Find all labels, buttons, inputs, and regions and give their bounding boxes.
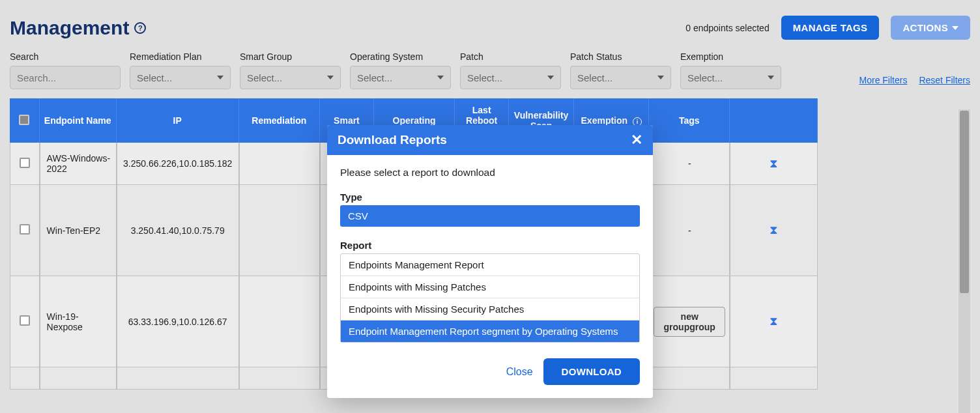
type-label: Type: [340, 192, 640, 203]
filter-patch-label: Patch: [460, 51, 561, 62]
hourglass-icon[interactable]: ⧗: [770, 223, 778, 236]
row-checkbox-cell[interactable]: [10, 276, 40, 367]
search-input[interactable]: [17, 72, 113, 83]
report-label: Report: [340, 240, 640, 251]
title-wrap: Management ?: [10, 17, 146, 39]
filter-smart-group: Smart Group Select...: [240, 51, 341, 89]
endpoint-ip: 3.250.66.226,10.0.185.182: [117, 143, 239, 185]
chevron-down-icon: [327, 76, 334, 79]
endpoint-name[interactable]: Win-19-Nexpose: [40, 276, 117, 367]
remediation-cell: [239, 143, 320, 185]
download-reports-modal: Download Reports ✕ Please select a repor…: [327, 125, 653, 398]
scrollbar-track[interactable]: [958, 109, 970, 413]
actions-button[interactable]: ACTIONS: [891, 16, 970, 40]
chevron-down-icon: [547, 76, 554, 79]
row-checkbox-cell[interactable]: [10, 143, 40, 185]
patch-select-value: Select...: [467, 72, 502, 83]
filter-exemption: Exemption Select...: [680, 51, 781, 89]
row-checkbox-cell[interactable]: [10, 185, 40, 276]
tag-chip[interactable]: new groupgroup: [654, 307, 725, 337]
filter-search: Search: [10, 51, 121, 89]
filter-links: More Filters Reset Filters: [859, 75, 970, 89]
chevron-down-icon: [952, 26, 958, 30]
page-header: Management ? 0 endpoints selected MANAGE…: [0, 0, 980, 51]
remediation-cell: [239, 367, 320, 390]
col-endpoint-name[interactable]: Endpoint Name: [40, 98, 117, 143]
select-all-checkbox[interactable]: [19, 115, 29, 125]
action-cell[interactable]: ⧗: [730, 143, 818, 185]
hourglass-icon[interactable]: ⧗: [770, 157, 778, 170]
exemption-select-value: Select...: [687, 72, 723, 83]
os-select-value: Select...: [357, 72, 392, 83]
patch-status-select[interactable]: Select...: [570, 66, 671, 89]
report-option[interactable]: Endpoints with Missing Patches: [341, 276, 639, 298]
filter-os-label: Operating System: [350, 51, 451, 62]
row-checkbox[interactable]: [20, 315, 30, 326]
remediation-select[interactable]: Select...: [130, 66, 231, 89]
endpoint-name[interactable]: Win-Ten-EP2: [40, 185, 117, 276]
col-actions: [730, 98, 818, 143]
tags-cell: new groupgroup: [649, 276, 730, 367]
filters-row: Search Remediation Plan Select... Smart …: [0, 51, 980, 98]
col-remediation[interactable]: Remediation: [239, 98, 320, 143]
modal-title: Download Reports: [338, 133, 447, 147]
os-select[interactable]: Select...: [350, 66, 451, 89]
tags-cell: -: [649, 143, 730, 185]
exemption-select[interactable]: Select...: [680, 66, 781, 89]
col-exemption-label: Exemption: [581, 115, 628, 126]
endpoint-ip: 63.33.196.9,10.0.126.67: [117, 276, 239, 367]
remediation-select-value: Select...: [137, 72, 172, 83]
endpoint-name: [40, 367, 117, 390]
report-option[interactable]: Endpoints with Missing Security Patches: [341, 298, 639, 320]
modal-prompt: Please select a report to download: [340, 167, 640, 178]
tags-cell: -: [649, 185, 730, 276]
download-button[interactable]: DOWNLOAD: [543, 358, 640, 385]
modal-body: Please select a report to download Type …: [327, 155, 653, 354]
manage-tags-button[interactable]: MANAGE TAGS: [781, 16, 880, 40]
actions-button-label: ACTIONS: [902, 22, 948, 33]
report-list: Endpoints Management Report Endpoints wi…: [340, 253, 640, 343]
modal-header: Download Reports ✕: [327, 125, 653, 155]
hourglass-icon[interactable]: ⧗: [770, 315, 778, 328]
action-cell: [730, 367, 818, 390]
filter-patch-status: Patch Status Select...: [570, 51, 671, 89]
remediation-cell: [239, 276, 320, 367]
row-checkbox[interactable]: [20, 158, 30, 168]
remediation-cell: [239, 185, 320, 276]
close-icon[interactable]: ✕: [631, 133, 642, 147]
smart-group-select[interactable]: Select...: [240, 66, 341, 89]
report-option-selected[interactable]: Endpoint Management Report segment by Op…: [341, 320, 639, 342]
close-button[interactable]: Close: [506, 366, 533, 378]
chevron-down-icon: [437, 76, 444, 79]
filter-remediation-label: Remediation Plan: [130, 51, 231, 62]
chevron-down-icon: [217, 76, 223, 79]
endpoint-ip: [117, 367, 239, 390]
filter-os: Operating System Select...: [350, 51, 451, 89]
filter-smart-label: Smart Group: [240, 51, 341, 62]
col-ip[interactable]: IP: [117, 98, 239, 143]
filter-search-label: Search: [10, 51, 121, 62]
smart-select-value: Select...: [247, 72, 282, 83]
more-filters-link[interactable]: More Filters: [859, 75, 908, 85]
col-checkbox[interactable]: [10, 98, 40, 143]
filter-exemption-label: Exemption: [680, 51, 781, 62]
col-tags[interactable]: Tags: [649, 98, 730, 143]
search-input-wrap[interactable]: [10, 66, 121, 89]
type-select[interactable]: CSV: [340, 205, 640, 227]
reset-filters-link[interactable]: Reset Filters: [919, 75, 970, 85]
endpoint-name[interactable]: AWS-Windows-2022: [40, 143, 117, 185]
row-checkbox[interactable]: [20, 224, 30, 235]
row-checkbox-cell[interactable]: [10, 367, 40, 390]
action-cell[interactable]: ⧗: [730, 185, 818, 276]
help-icon[interactable]: ?: [134, 22, 146, 34]
report-option[interactable]: Endpoints Management Report: [341, 254, 639, 276]
scrollbar-thumb[interactable]: [960, 111, 969, 293]
action-cell[interactable]: ⧗: [730, 276, 818, 367]
filter-patch-status-label: Patch Status: [570, 51, 671, 62]
page-title: Management: [10, 17, 129, 39]
chevron-down-icon: [768, 76, 774, 79]
chevron-down-icon: [657, 76, 664, 79]
patch-status-select-value: Select...: [577, 72, 612, 83]
patch-select[interactable]: Select...: [460, 66, 561, 89]
filter-remediation: Remediation Plan Select...: [130, 51, 231, 89]
